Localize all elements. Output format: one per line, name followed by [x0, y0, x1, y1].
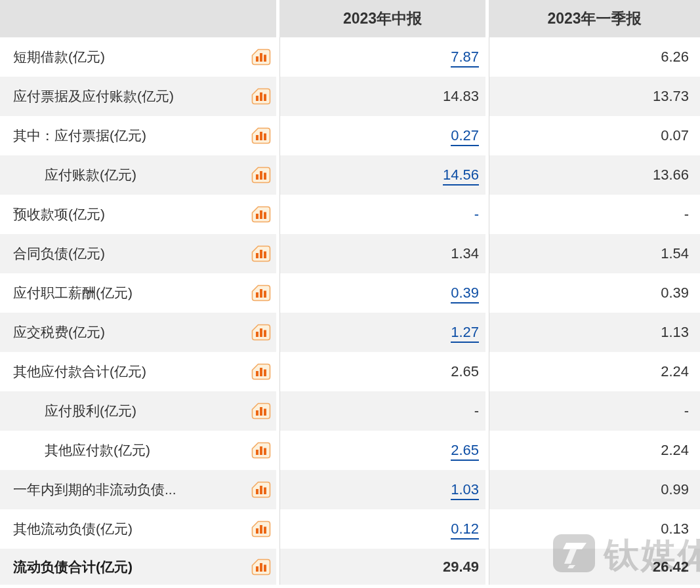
row-label-cell: 短期借款(亿元) — [0, 37, 276, 77]
bar-chart-icon[interactable] — [251, 245, 271, 262]
row-label: 合同负债(亿元) — [13, 245, 105, 263]
value-link[interactable]: 0.27 — [451, 127, 479, 146]
value-link[interactable]: 0.39 — [451, 284, 479, 304]
value-cell: - — [485, 391, 700, 431]
value-cell: - — [276, 391, 485, 431]
row-label-cell: 其他应付款合计(亿元) — [0, 352, 276, 391]
value-text: 2.24 — [661, 442, 689, 458]
bar-chart-icon[interactable] — [251, 363, 271, 380]
value-text: 1.13 — [661, 324, 689, 340]
row-label: 流动负债合计(亿元) — [13, 558, 133, 576]
value-cell: 0.07 — [485, 116, 700, 155]
value-text: 13.66 — [653, 167, 689, 183]
table-row: 流动负债合计(亿元) 29.4926.42 — [0, 549, 700, 585]
value-text: 14.83 — [443, 88, 479, 104]
value-text: 26.42 — [653, 559, 689, 575]
value-cell: - — [485, 195, 700, 234]
financial-table: 2023年中报 2023年一季报 短期借款(亿元) 7.876.26应付票据及应… — [0, 0, 700, 585]
value-link[interactable]: - — [474, 206, 479, 222]
bar-chart-icon[interactable] — [251, 481, 271, 498]
bar-chart-icon[interactable] — [251, 284, 271, 302]
value-text: 2.65 — [451, 363, 479, 380]
table-row: 合同负债(亿元) 1.341.54 — [0, 234, 700, 273]
value-cell: - — [276, 195, 485, 234]
row-label-cell: 应付票据及应付账款(亿元) — [0, 77, 276, 116]
value-cell: 2.24 — [485, 352, 700, 391]
value-link[interactable]: 1.27 — [451, 324, 479, 343]
value-link[interactable]: 2.65 — [451, 442, 479, 461]
bar-chart-icon[interactable] — [251, 559, 271, 576]
column-header-empty — [0, 0, 276, 37]
row-label: 应付账款(亿元) — [45, 166, 136, 184]
table-row: 应付职工薪酬(亿元) 0.390.39 — [0, 273, 700, 313]
value-text: 0.99 — [661, 481, 689, 498]
row-label-cell: 应交税费(亿元) — [0, 313, 276, 352]
value-cell: 1.03 — [276, 470, 485, 509]
value-text: 29.49 — [443, 559, 479, 575]
value-text: 0.13 — [661, 520, 689, 537]
row-label: 预收款项(亿元) — [13, 205, 105, 224]
column-header-mid-report: 2023年中报 — [276, 0, 485, 37]
table-body: 短期借款(亿元) 7.876.26应付票据及应付账款(亿元) 14.8313.7… — [0, 37, 700, 585]
value-text: 0.39 — [661, 284, 689, 301]
table-row: 应交税费(亿元) 1.271.13 — [0, 313, 700, 352]
value-cell: 2.24 — [485, 431, 700, 470]
row-label-cell: 应付账款(亿元) — [0, 155, 276, 195]
value-cell: 2.65 — [276, 352, 485, 391]
table-row: 应付股利(亿元) -- — [0, 391, 700, 431]
value-link[interactable]: 1.03 — [451, 481, 479, 500]
table-header: 2023年中报 2023年一季报 — [0, 0, 700, 37]
value-text: - — [474, 402, 479, 419]
value-cell: 1.27 — [276, 313, 485, 352]
value-link[interactable]: 14.56 — [443, 167, 479, 186]
value-cell: 0.39 — [276, 273, 485, 313]
row-label: 其中：应付票据(亿元) — [13, 127, 146, 145]
table-row: 其中：应付票据(亿元) 0.270.07 — [0, 116, 700, 155]
value-cell: 2.65 — [276, 431, 485, 470]
table-row: 其他应付款(亿元) 2.652.24 — [0, 431, 700, 470]
row-label-cell: 其他应付款(亿元) — [0, 431, 276, 470]
row-label: 应交税费(亿元) — [13, 323, 105, 342]
value-cell: 14.56 — [276, 155, 485, 195]
table-row: 一年内到期的非流动负债... 1.030.99 — [0, 470, 700, 509]
row-label: 其他流动负债(亿元) — [13, 520, 133, 538]
value-link[interactable]: 0.12 — [451, 520, 479, 539]
value-text: 1.34 — [451, 245, 479, 262]
value-cell: 29.49 — [276, 549, 485, 585]
value-cell: 6.26 — [485, 37, 700, 77]
row-label-cell: 其他流动负债(亿元) — [0, 509, 276, 549]
table-row: 其他流动负债(亿元) 0.120.13 — [0, 509, 700, 549]
row-label: 短期借款(亿元) — [13, 48, 105, 66]
table-row: 其他应付款合计(亿元) 2.652.24 — [0, 352, 700, 391]
value-cell: 1.13 — [485, 313, 700, 352]
row-label-cell: 合同负债(亿元) — [0, 234, 276, 273]
table-row: 预收款项(亿元) -- — [0, 195, 700, 234]
value-link[interactable]: 7.87 — [451, 49, 479, 68]
value-cell: 0.13 — [485, 509, 700, 549]
table-row: 短期借款(亿元) 7.876.26 — [0, 37, 700, 77]
value-cell: 13.66 — [485, 155, 700, 195]
value-cell: 0.39 — [485, 273, 700, 313]
value-cell: 7.87 — [276, 37, 485, 77]
value-cell: 0.12 — [276, 509, 485, 549]
bar-chart-icon[interactable] — [251, 88, 271, 105]
bar-chart-icon[interactable] — [251, 520, 271, 538]
bar-chart-icon[interactable] — [251, 49, 271, 66]
bar-chart-icon[interactable] — [251, 324, 271, 341]
value-cell: 1.54 — [485, 234, 700, 273]
bar-chart-icon[interactable] — [251, 206, 271, 223]
bar-chart-icon[interactable] — [251, 167, 271, 184]
bar-chart-icon[interactable] — [251, 402, 271, 420]
value-text: 2.24 — [661, 363, 689, 380]
row-label: 应付股利(亿元) — [45, 402, 136, 420]
value-cell: 0.27 — [276, 116, 485, 155]
value-cell: 0.99 — [485, 470, 700, 509]
value-cell: 26.42 — [485, 549, 700, 585]
value-text: - — [684, 206, 689, 222]
bar-chart-icon[interactable] — [251, 127, 271, 144]
row-label-cell: 流动负债合计(亿元) — [0, 549, 276, 585]
row-label-cell: 预收款项(亿元) — [0, 195, 276, 234]
bar-chart-icon[interactable] — [251, 442, 271, 459]
row-label-cell: 应付股利(亿元) — [0, 391, 276, 431]
column-header-q1-report: 2023年一季报 — [485, 0, 700, 37]
